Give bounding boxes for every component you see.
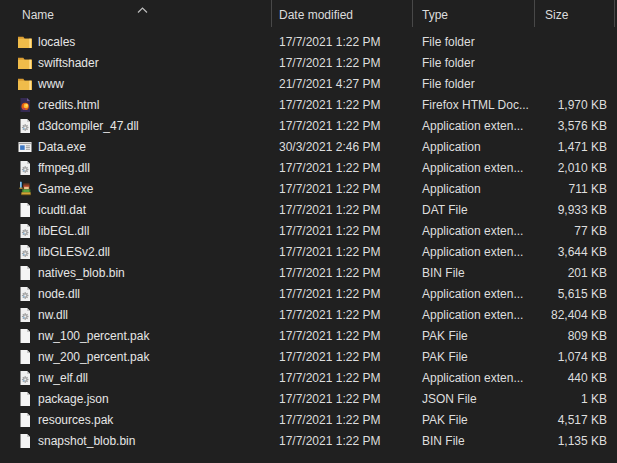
folder-icon xyxy=(17,34,33,50)
file-row[interactable]: node.dll 17/7/2021 1:22 PM Application e… xyxy=(0,283,617,304)
file-row[interactable]: resources.pak 17/7/2021 1:22 PM PAK File… xyxy=(0,409,617,430)
file-type: PAK File xyxy=(413,413,535,427)
file-name: ffmpeg.dll xyxy=(38,161,90,175)
file-name-cell: www xyxy=(0,76,272,92)
file-type: PAK File xyxy=(413,350,535,364)
file-name: nw_elf.dll xyxy=(38,371,88,385)
file-type: Application xyxy=(413,140,535,154)
file-size: 201 KB xyxy=(535,266,615,280)
file-name: swiftshader xyxy=(38,56,99,70)
dll-icon xyxy=(17,370,33,386)
file-name: nw_200_percent.pak xyxy=(38,350,149,364)
file-icon xyxy=(17,433,33,449)
column-header-type[interactable]: Type xyxy=(413,0,535,27)
file-row[interactable]: www 21/7/2021 4:27 PM File folder xyxy=(0,73,617,94)
file-name-cell: libGLESv2.dll xyxy=(0,244,272,260)
file-row[interactable]: nw_100_percent.pak 17/7/2021 1:22 PM PAK… xyxy=(0,325,617,346)
file-date-modified: 17/7/2021 1:22 PM xyxy=(272,308,413,322)
file-row[interactable]: nw.dll 17/7/2021 1:22 PM Application ext… xyxy=(0,304,617,325)
file-row[interactable]: Data.exe 30/3/2021 2:46 PM Application 1… xyxy=(0,136,617,157)
file-name-cell: resources.pak xyxy=(0,412,272,428)
file-type: Application exten... xyxy=(413,371,535,385)
file-row[interactable]: d3dcompiler_47.dll 17/7/2021 1:22 PM App… xyxy=(0,115,617,136)
column-header-size[interactable]: Size xyxy=(535,0,615,27)
file-date-modified: 17/7/2021 1:22 PM xyxy=(272,35,413,49)
folder-icon xyxy=(17,76,33,92)
file-date-modified: 17/7/2021 1:22 PM xyxy=(272,224,413,238)
file-row[interactable]: ffmpeg.dll 17/7/2021 1:22 PM Application… xyxy=(0,157,617,178)
file-row[interactable]: nw_200_percent.pak 17/7/2021 1:22 PM PAK… xyxy=(0,346,617,367)
file-type: BIN File xyxy=(413,434,535,448)
file-list: locales 17/7/2021 1:22 PM File folder sw… xyxy=(0,27,617,451)
file-name-cell: package.json xyxy=(0,391,272,407)
file-name-cell: swiftshader xyxy=(0,55,272,71)
folder-icon xyxy=(17,55,33,71)
file-name-cell: ffmpeg.dll xyxy=(0,160,272,176)
file-row[interactable]: libEGL.dll 17/7/2021 1:22 PM Application… xyxy=(0,220,617,241)
dll-icon xyxy=(17,118,33,134)
file-icon xyxy=(17,412,33,428)
file-date-modified: 17/7/2021 1:22 PM xyxy=(272,245,413,259)
column-header-date-modified[interactable]: Date modified xyxy=(272,0,413,27)
file-size: 1,970 KB xyxy=(535,98,615,112)
file-type: PAK File xyxy=(413,329,535,343)
file-size: 77 KB xyxy=(535,224,615,238)
file-icon xyxy=(17,202,33,218)
dll-icon xyxy=(17,223,33,239)
file-date-modified: 17/7/2021 1:22 PM xyxy=(272,371,413,385)
file-name: libGLESv2.dll xyxy=(38,245,110,259)
column-headers: Name Date modified Type Size xyxy=(0,0,617,27)
file-name-cell: d3dcompiler_47.dll xyxy=(0,118,272,134)
file-row[interactable]: locales 17/7/2021 1:22 PM File folder xyxy=(0,31,617,52)
file-date-modified: 17/7/2021 1:22 PM xyxy=(272,203,413,217)
file-type: File folder xyxy=(413,35,535,49)
file-size: 5,615 KB xyxy=(535,287,615,301)
file-type: BIN File xyxy=(413,266,535,280)
file-row[interactable]: Game.exe 17/7/2021 1:22 PM Application 7… xyxy=(0,178,617,199)
file-type: Firefox HTML Doc... xyxy=(413,98,535,112)
file-icon xyxy=(17,349,33,365)
file-row[interactable]: natives_blob.bin 17/7/2021 1:22 PM BIN F… xyxy=(0,262,617,283)
file-date-modified: 30/3/2021 2:46 PM xyxy=(272,140,413,154)
column-header-name[interactable]: Name xyxy=(0,0,272,27)
file-row[interactable]: nw_elf.dll 17/7/2021 1:22 PM Application… xyxy=(0,367,617,388)
file-name: snapshot_blob.bin xyxy=(38,434,135,448)
file-date-modified: 17/7/2021 1:22 PM xyxy=(272,434,413,448)
file-name: Game.exe xyxy=(38,182,93,196)
file-size: 82,404 KB xyxy=(535,308,615,322)
file-date-modified: 17/7/2021 1:22 PM xyxy=(272,56,413,70)
file-name-cell: nw.dll xyxy=(0,307,272,323)
file-row[interactable]: swiftshader 17/7/2021 1:22 PM File folde… xyxy=(0,52,617,73)
file-row[interactable]: icudtl.dat 17/7/2021 1:22 PM DAT File 9,… xyxy=(0,199,617,220)
file-name: credits.html xyxy=(38,98,99,112)
file-name: nw.dll xyxy=(38,308,68,322)
file-name: package.json xyxy=(38,392,109,406)
file-type: Application exten... xyxy=(413,224,535,238)
file-type: JSON File xyxy=(413,392,535,406)
file-date-modified: 17/7/2021 1:22 PM xyxy=(272,119,413,133)
file-row[interactable]: snapshot_blob.bin 17/7/2021 1:22 PM BIN … xyxy=(0,430,617,451)
file-date-modified: 17/7/2021 1:22 PM xyxy=(272,392,413,406)
file-name-cell: node.dll xyxy=(0,286,272,302)
file-type: DAT File xyxy=(413,203,535,217)
file-name-cell: nw_elf.dll xyxy=(0,370,272,386)
file-name-cell: libEGL.dll xyxy=(0,223,272,239)
file-date-modified: 17/7/2021 1:22 PM xyxy=(272,182,413,196)
file-name-cell: nw_200_percent.pak xyxy=(0,349,272,365)
game-icon xyxy=(17,181,33,197)
file-size: 1,135 KB xyxy=(535,434,615,448)
file-name: icudtl.dat xyxy=(38,203,86,217)
file-name: locales xyxy=(38,35,75,49)
file-row[interactable]: libGLESv2.dll 17/7/2021 1:22 PM Applicat… xyxy=(0,241,617,262)
file-row[interactable]: credits.html 17/7/2021 1:22 PM Firefox H… xyxy=(0,94,617,115)
dll-icon xyxy=(17,307,33,323)
file-size: 1 KB xyxy=(535,392,615,406)
file-name-cell: credits.html xyxy=(0,97,272,113)
file-row[interactable]: package.json 17/7/2021 1:22 PM JSON File… xyxy=(0,388,617,409)
file-date-modified: 21/7/2021 4:27 PM xyxy=(272,77,413,91)
sort-ascending-icon xyxy=(137,2,148,16)
file-size: 809 KB xyxy=(535,329,615,343)
file-name: Data.exe xyxy=(38,140,86,154)
file-name: www xyxy=(38,77,64,91)
file-date-modified: 17/7/2021 1:22 PM xyxy=(272,98,413,112)
